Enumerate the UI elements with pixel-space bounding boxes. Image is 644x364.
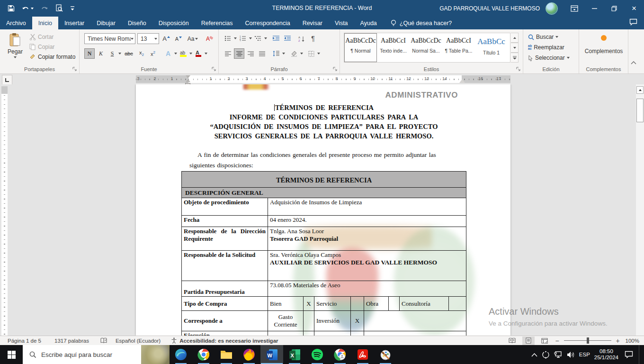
language-indicator[interactable]: Español (Ecuador)	[116, 338, 161, 344]
paste-button[interactable]: Pegar	[5, 33, 26, 64]
line-spacing-dropdown-icon[interactable]	[282, 53, 285, 55]
undo-icon[interactable]	[22, 5, 34, 12]
font-size-combo[interactable]: 13	[137, 33, 159, 44]
italic-button[interactable]: K	[96, 48, 106, 59]
account-name[interactable]: GAD PARROQUIAL VALLE HERMOSO	[439, 5, 540, 12]
tab-selector[interactable]	[2, 75, 12, 85]
align-center-icon[interactable]	[234, 48, 244, 59]
taskbar-spotify-icon[interactable]	[306, 345, 329, 364]
style-normal-sangria[interactable]: AaBbCcDc Normal Sa...	[410, 33, 442, 62]
underline-button[interactable]: S	[107, 48, 117, 59]
ribbon-display-options-icon[interactable]	[564, 0, 584, 17]
numbering-icon[interactable]: 123	[238, 33, 248, 44]
clear-formatting-button[interactable]: A	[205, 34, 215, 44]
align-right-icon[interactable]	[245, 48, 256, 59]
tab-vista[interactable]: Vista	[329, 17, 354, 29]
font-dialog-launcher-icon[interactable]	[212, 67, 216, 72]
underline-dropdown-icon[interactable]	[118, 53, 121, 55]
zoom-out-button[interactable]: −	[555, 337, 560, 345]
text-effects-button[interactable]: A	[163, 48, 173, 59]
subscript-button[interactable]: x2	[136, 48, 147, 59]
format-painter-button[interactable]: Copiar formato	[29, 54, 75, 60]
tab-archivo[interactable]: Archivo	[0, 17, 32, 29]
bold-button[interactable]: N	[84, 48, 95, 59]
document-page[interactable]: ADMINISTRATIVO TÉRMINOS DE REFERENCIA IN…	[136, 84, 510, 336]
taskbar-paint-icon[interactable]	[374, 345, 397, 364]
taskbar-edge-icon[interactable]	[170, 345, 192, 364]
taskbar-file-explorer-icon[interactable]	[215, 345, 238, 364]
web-layout-icon[interactable]	[538, 337, 551, 345]
comments-icon[interactable]	[629, 18, 637, 26]
tab-referencias[interactable]: Referencias	[195, 17, 239, 29]
align-left-icon[interactable]	[223, 48, 233, 59]
search-highlight-image[interactable]	[141, 345, 170, 364]
language-tray[interactable]: ESP	[579, 352, 590, 357]
replace-button[interactable]: abac Reemplazar	[528, 44, 570, 51]
paragraph-dialog-launcher-icon[interactable]	[333, 67, 338, 72]
text-effects-dropdown-icon[interactable]	[174, 53, 177, 55]
increase-indent-icon[interactable]	[282, 33, 293, 44]
shading-icon[interactable]	[289, 48, 299, 59]
zoom-slider-thumb[interactable]	[587, 337, 589, 344]
tab-dibujar[interactable]: Dibujar	[90, 17, 122, 29]
action-center-icon[interactable]	[625, 351, 633, 358]
horizontal-ruler[interactable]: 3 2 1 1 2 3 4 5 6 7 8 9 10 11 12 13 14 1…	[136, 75, 510, 83]
minimize-button[interactable]	[584, 0, 604, 17]
clipboard-dialog-launcher-icon[interactable]	[72, 67, 77, 72]
tray-chevron-icon[interactable]	[531, 353, 537, 357]
taskbar-word-icon[interactable]: W	[260, 345, 283, 364]
terms-table[interactable]: TÉRMINOS DE REFERENCIA DESCRIPCIÓN GENER…	[181, 171, 466, 336]
tab-ayuda[interactable]: Ayuda	[354, 17, 383, 29]
pilcrow-icon[interactable]: ¶	[308, 33, 318, 44]
bullets-icon[interactable]	[223, 33, 233, 44]
print-layout-icon[interactable]	[522, 337, 535, 345]
bullets-dropdown-icon[interactable]	[234, 37, 237, 39]
page-indicator[interactable]: Página 1 de 5	[8, 338, 41, 344]
taskbar-chrome-profile-icon[interactable]	[329, 345, 351, 364]
proofing-icon[interactable]	[100, 337, 107, 344]
style-titulo-1[interactable]: AaBbCc Título 1	[475, 33, 508, 62]
show-desktop-strip[interactable]	[639, 345, 641, 364]
taskbar-excel-icon[interactable]: X	[283, 345, 306, 364]
vertical-scrollbar[interactable]	[636, 84, 644, 336]
taskbar-firefox-icon[interactable]	[238, 345, 260, 364]
multilevel-dropdown-icon[interactable]	[264, 37, 267, 39]
highlight-button[interactable]: ab	[178, 48, 188, 59]
tray-network-icon[interactable]	[554, 351, 563, 358]
superscript-button[interactable]: x2	[148, 48, 158, 59]
accessibility-status[interactable]: Accesibilidad: es necesario investigar	[171, 337, 278, 344]
grow-font-button[interactable]: A	[161, 34, 171, 44]
restore-button[interactable]	[604, 0, 624, 17]
zoom-in-button[interactable]: +	[615, 337, 621, 345]
undo-dropdown-icon[interactable]	[31, 8, 34, 9]
first-line-indent-marker[interactable]	[186, 75, 190, 82]
print-preview-icon[interactable]	[55, 4, 63, 12]
select-button[interactable]: Seleccionar	[528, 55, 570, 61]
tab-disposicion[interactable]: Disposición	[152, 17, 195, 29]
tab-correspondencia[interactable]: Correspondencia	[239, 17, 296, 29]
tab-inicio[interactable]: Inicio	[32, 17, 58, 29]
borders-dropdown-icon[interactable]	[317, 53, 320, 55]
font-name-combo[interactable]: Times New Roma	[84, 33, 135, 44]
highlight-dropdown-icon[interactable]	[189, 53, 192, 55]
line-spacing-icon[interactable]	[271, 48, 281, 59]
scroll-up-icon[interactable]	[636, 86, 644, 94]
styles-scroll-down-icon[interactable]	[511, 43, 519, 53]
tab-insertar[interactable]: Insertar	[58, 17, 90, 29]
word-count[interactable]: 1317 palabras	[54, 338, 89, 344]
avatar[interactable]	[546, 2, 558, 15]
clock[interactable]: 08:50 25/1/2024	[594, 348, 618, 361]
zoom-level[interactable]: 100%	[626, 338, 639, 344]
taskbar-search[interactable]	[23, 345, 170, 364]
shrink-font-button[interactable]: A	[173, 34, 184, 44]
taskbar-chrome-icon[interactable]	[192, 345, 215, 364]
read-mode-icon[interactable]	[506, 337, 519, 345]
addins-button[interactable]: Complementos	[579, 35, 628, 55]
change-case-button[interactable]: Aa	[186, 34, 200, 44]
styles-dialog-launcher-icon[interactable]	[516, 67, 521, 72]
save-icon[interactable]	[8, 5, 15, 12]
font-color-button[interactable]: A	[193, 48, 204, 59]
find-button[interactable]: Buscar	[528, 34, 570, 40]
tray-volume-icon[interactable]	[567, 351, 575, 358]
tell-me-box[interactable]: ¿Qué desea hacer?	[391, 17, 452, 29]
